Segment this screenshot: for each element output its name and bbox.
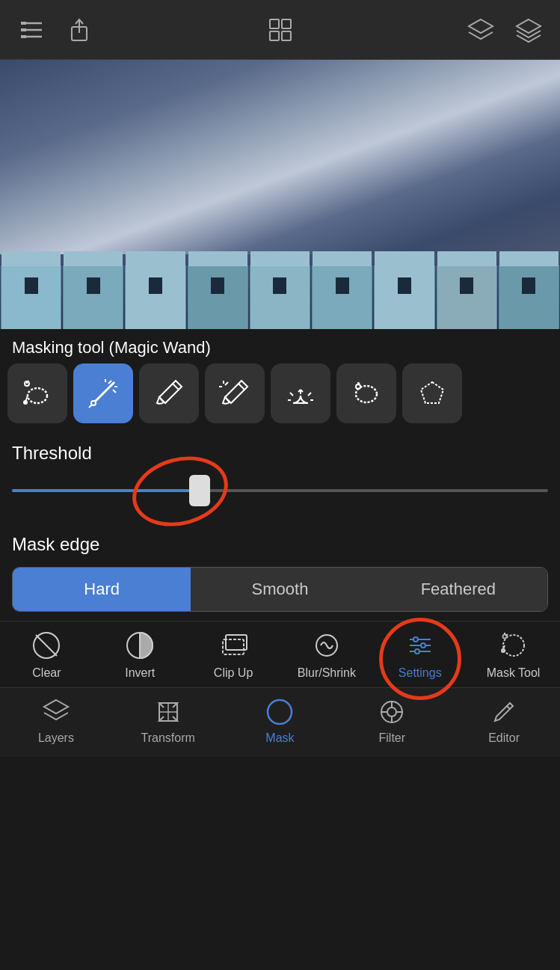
masking-tools-row: [0, 363, 560, 431]
svg-rect-11: [282, 31, 291, 40]
edge-smooth-button[interactable]: Smooth: [191, 568, 369, 611]
svg-line-44: [36, 635, 57, 656]
mask-edge-label: Mask edge: [12, 534, 548, 555]
threshold-track: [12, 489, 548, 492]
invert-label: Invert: [125, 666, 155, 680]
brush-tool-button[interactable]: [139, 363, 199, 423]
svg-point-39: [356, 384, 360, 389]
threshold-fill: [12, 489, 200, 492]
threshold-label: Threshold: [12, 443, 548, 464]
clear-label: Clear: [32, 666, 61, 680]
svg-line-73: [507, 706, 510, 709]
gradient-tool-button[interactable]: [271, 363, 330, 423]
settings-label: Settings: [399, 666, 442, 680]
list-icon[interactable]: [15, 13, 48, 46]
svg-line-27: [89, 405, 92, 408]
nav-transform[interactable]: Transform: [131, 697, 206, 745]
svg-rect-10: [270, 31, 279, 40]
bottom-toolbar: Clear Invert Clip Up Blur/Shrink: [0, 621, 560, 687]
magic-wand-tool-button[interactable]: [73, 363, 133, 423]
nav-mask-label: Mask: [265, 731, 294, 745]
nav-editor-label: Editor: [488, 731, 520, 745]
svg-line-41: [358, 383, 360, 384]
edge-hard-button[interactable]: Hard: [13, 568, 191, 611]
svg-rect-8: [270, 19, 279, 28]
svg-point-55: [415, 649, 419, 654]
svg-point-14: [28, 388, 47, 403]
svg-marker-12: [469, 19, 493, 33]
nav-transform-label: Transform: [141, 731, 195, 745]
svg-point-68: [387, 707, 396, 716]
mask-tool-label: Mask Tool: [487, 666, 541, 680]
svg-rect-9: [282, 19, 291, 28]
svg-point-16: [24, 401, 27, 404]
svg-point-58: [502, 649, 505, 652]
image-canvas[interactable]: [0, 60, 560, 329]
nav-layers[interactable]: Layers: [19, 697, 93, 745]
mask-edge-buttons: Hard Smooth Feathered: [12, 567, 548, 612]
svg-marker-42: [421, 382, 443, 403]
invert-tool-button[interactable]: Invert: [106, 629, 173, 680]
svg-line-61: [506, 634, 508, 636]
lasso-tool-button[interactable]: [7, 363, 67, 423]
navigation-bar: Layers Transform Mask Filter: [0, 687, 560, 757]
svg-point-54: [421, 643, 425, 648]
nav-filter[interactable]: Filter: [354, 697, 429, 745]
settings-tool-button[interactable]: Settings: [387, 629, 454, 680]
brush-sparkle-tool-button[interactable]: [205, 363, 265, 423]
threshold-thumb[interactable]: [189, 475, 210, 506]
svg-marker-13: [517, 19, 541, 33]
svg-line-23: [108, 381, 111, 384]
layers-icon[interactable]: [512, 13, 545, 46]
mask-tool-button[interactable]: Mask Tool: [480, 629, 547, 680]
nav-filter-label: Filter: [379, 731, 406, 745]
share-icon[interactable]: [63, 13, 96, 46]
nav-mask[interactable]: Mask: [242, 697, 317, 745]
tool-name-label: Masking tool (Magic Wand): [0, 329, 560, 363]
top-toolbar: [0, 0, 560, 60]
threshold-section: Threshold: [0, 431, 560, 522]
clip-up-label: Clip Up: [214, 666, 253, 680]
svg-line-20: [95, 387, 110, 402]
svg-line-21: [110, 382, 114, 387]
layers-stack-icon[interactable]: [464, 13, 497, 46]
svg-line-34: [290, 393, 293, 396]
edge-feathered-button[interactable]: Feathered: [369, 568, 547, 611]
oval-lasso-tool-button[interactable]: [336, 363, 396, 423]
svg-line-35: [308, 393, 311, 396]
svg-marker-62: [44, 700, 68, 713]
nav-editor[interactable]: Editor: [467, 697, 541, 745]
blur-shrink-tool-button[interactable]: Blur/Shrink: [293, 629, 360, 680]
svg-line-19: [27, 381, 28, 382]
clear-tool-button[interactable]: Clear: [13, 629, 80, 680]
svg-line-29: [225, 382, 228, 385]
threshold-slider-container[interactable]: [12, 476, 548, 506]
nav-layers-label: Layers: [38, 731, 74, 745]
svg-rect-48: [226, 635, 247, 650]
svg-point-66: [268, 700, 292, 724]
svg-line-25: [113, 390, 116, 393]
mask-edge-section: Mask edge Hard Smooth Feathered: [0, 522, 560, 621]
blur-shrink-label: Blur/Shrink: [298, 666, 356, 680]
clip-up-tool-button[interactable]: Clip Up: [200, 629, 267, 680]
polygon-tool-button[interactable]: [402, 363, 462, 423]
svg-point-53: [413, 637, 418, 642]
grid-icon[interactable]: [264, 13, 297, 46]
